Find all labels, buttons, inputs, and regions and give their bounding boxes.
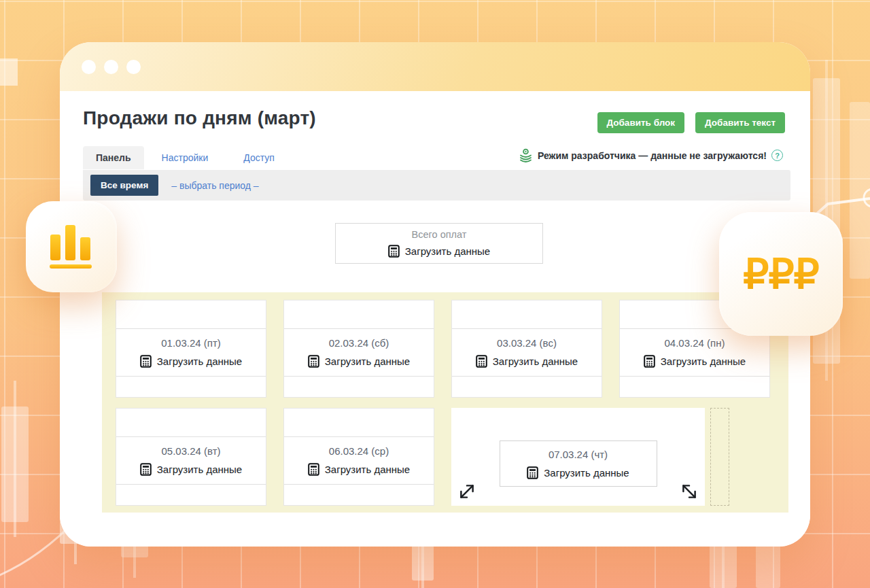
card-footer-strip [116, 377, 266, 397]
cards-row-2: 05.03.24 (вт) Загрузить данные 06.03.24 … [116, 408, 775, 506]
load-data-button[interactable]: Загрузить данные [140, 355, 242, 368]
day-card-inner: 07.03.24 (чт) Загрузить данные [500, 440, 657, 487]
day-card[interactable]: 06.03.24 (ср) Загрузить данные [283, 408, 434, 506]
day-card-resizing[interactable]: 07.03.24 (чт) Загрузить данные [451, 408, 705, 506]
load-data-button[interactable]: Загрузить данные [388, 245, 490, 258]
card-footer-strip [284, 485, 434, 505]
card-date: 02.03.24 (сб) [329, 337, 389, 349]
developer-mode-notice: Режим разработчика — данные не загружают… [519, 148, 783, 162]
rubles-text: ₽₽₽ [743, 250, 819, 298]
help-question-icon[interactable]: ? [771, 150, 783, 161]
window-titlebar [60, 42, 810, 91]
card-header-strip [116, 300, 266, 329]
card-date: 06.03.24 (ср) [329, 445, 389, 457]
widget-title: Всего оплат [412, 229, 467, 240]
card-date: 07.03.24 (чт) [549, 449, 608, 460]
total-payments-widget: Всего оплат Загрузить данные [335, 223, 543, 264]
page-content: Продажи по дням (март) Добавить блок Доб… [60, 91, 810, 547]
tab-access[interactable]: Доступ [226, 146, 292, 169]
day-card[interactable]: 05.03.24 (вт) Загрузить данные [116, 408, 266, 506]
card-header-strip [452, 300, 602, 329]
calculator-icon [476, 355, 487, 368]
card-footer-strip [620, 377, 769, 397]
add-text-button[interactable]: Добавить текст [695, 112, 785, 133]
resize-arrow-sw-icon[interactable] [457, 482, 476, 501]
select-period-link[interactable]: – выбрать период – [171, 180, 258, 191]
load-data-button[interactable]: Загрузить данные [644, 355, 746, 368]
tab-panel[interactable]: Панель [83, 146, 144, 169]
load-data-button[interactable]: Загрузить данные [476, 355, 578, 368]
page-title: Продажи по дням (март) [83, 107, 316, 129]
api-stack-icon [519, 148, 533, 162]
bar-chart-app-icon [26, 201, 117, 292]
load-data-button[interactable]: Загрузить данные [308, 463, 410, 476]
rubles-app-icon: ₽₽₽ [719, 212, 843, 336]
toolbar: Добавить блок Добавить текст [597, 112, 786, 133]
cards-row-1: 01.03.24 (пт) Загрузить данные 02.03.24 … [116, 300, 775, 398]
card-header-strip [284, 409, 434, 437]
calculator-icon [527, 466, 538, 479]
window-control-dot[interactable] [82, 60, 96, 74]
all-time-filter-button[interactable]: Все время [90, 175, 158, 196]
window-control-dot[interactable] [104, 60, 118, 74]
tab-settings[interactable]: Настройки [144, 146, 226, 169]
card-date: 01.03.24 (пт) [161, 337, 221, 349]
tab-bar: Панель Настройки Доступ [83, 146, 292, 169]
card-date: 05.03.24 (вт) [161, 445, 220, 457]
card-footer-strip [452, 377, 602, 397]
browser-window: Продажи по дням (март) Добавить блок Доб… [60, 42, 810, 547]
calculator-icon [644, 355, 655, 368]
calculator-icon [308, 463, 319, 476]
window-control-dot[interactable] [126, 60, 141, 74]
card-header-strip [284, 300, 434, 329]
bar-chart-icon [45, 222, 98, 271]
calculator-icon [308, 355, 319, 368]
drop-target-placeholder [710, 408, 729, 506]
day-cards-grid: 01.03.24 (пт) Загрузить данные 02.03.24 … [102, 292, 788, 513]
load-data-button[interactable]: Загрузить данные [527, 466, 629, 479]
card-header-strip [116, 409, 266, 437]
calculator-icon [140, 463, 152, 476]
card-date: 04.03.24 (пн) [665, 337, 725, 349]
calculator-icon [388, 245, 400, 258]
load-data-button[interactable]: Загрузить данные [308, 355, 410, 368]
card-date: 03.03.24 (вс) [497, 337, 557, 349]
day-card[interactable]: 01.03.24 (пт) Загрузить данные [116, 300, 266, 398]
developer-mode-text: Режим разработчика — данные не загружают… [538, 150, 767, 161]
day-card[interactable]: 03.03.24 (вс) Загрузить данные [451, 300, 602, 398]
day-card[interactable]: 02.03.24 (сб) Загрузить данные [283, 300, 434, 398]
calculator-icon [140, 355, 152, 368]
card-footer-strip [116, 485, 266, 505]
resize-arrow-se-icon[interactable] [680, 482, 699, 501]
period-filter-bar: Все время – выбрать период – [83, 170, 790, 201]
add-block-button[interactable]: Добавить блок [597, 112, 685, 133]
card-footer-strip [284, 377, 434, 397]
load-data-button[interactable]: Загрузить данные [140, 463, 242, 476]
